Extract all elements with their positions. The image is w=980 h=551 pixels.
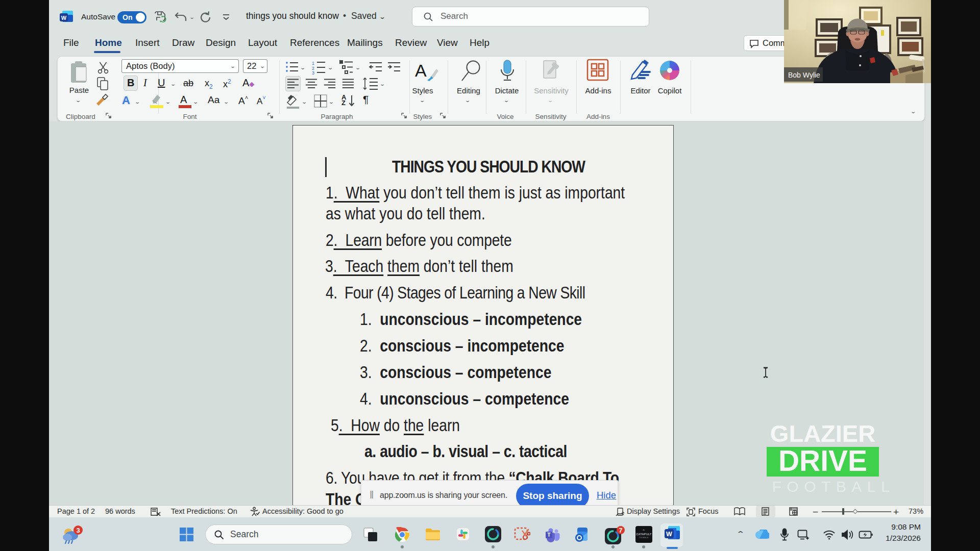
svg-text:3: 3 (76, 527, 80, 534)
svg-text:Bob Wylie: Bob Wylie (788, 71, 820, 79)
svg-text:W: W (666, 531, 672, 538)
svg-text:T: T (547, 532, 551, 538)
svg-text:3: 3 (312, 70, 314, 74)
svg-text:W: W (61, 15, 67, 21)
svg-text:1: 1 (312, 61, 314, 66)
svg-text:7: 7 (619, 527, 623, 534)
